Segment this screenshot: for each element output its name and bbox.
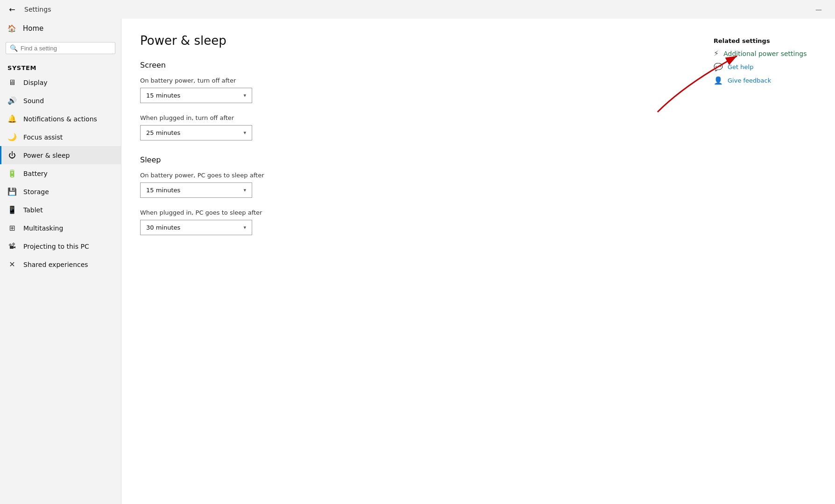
feedback-link-icon: 👤 [714,76,723,85]
titlebar: ← Settings — [0,0,835,19]
sleep-battery-dropdown[interactable]: 15 minutes ▾ [140,182,252,198]
sleep-plugged-dropdown[interactable]: 30 minutes ▾ [140,220,252,235]
sleep-battery-value: 15 minutes [146,187,180,194]
screen-battery-value: 15 minutes [146,92,180,99]
related-settings: Related settings ⚡ Additional power sett… [714,37,816,90]
sleep-section-title: Sleep [140,155,816,164]
projecting-icon: 📽 [7,242,17,251]
sound-icon: 🔊 [7,96,17,105]
multitasking-icon: ⊞ [7,224,17,232]
search-icon: 🔍 [10,44,18,52]
sleep-plugged-arrow: ▾ [243,224,246,231]
minimize-button[interactable]: — [808,2,829,17]
sleep-battery-label: On battery power, PC goes to sleep after [140,172,816,179]
sidebar-search-box: 🔍 [6,42,115,54]
back-button[interactable]: ← [6,3,19,16]
display-icon: 🖥 [7,78,17,87]
storage-icon: 💾 [7,187,17,196]
sidebar-item-tablet[interactable]: 📱 Tablet [0,201,121,219]
power-icon: ⏻ [7,151,17,160]
sidebar: 🏠 Home 🔍 System 🖥 Display 🔊 Sound 🔔 Noti… [0,19,121,504]
battery-icon: 🔋 [7,169,17,178]
shared-icon: ✕ [7,260,17,269]
screen-battery-arrow: ▾ [243,92,246,98]
home-icon: 🏠 [7,24,16,33]
sidebar-item-storage[interactable]: 💾 Storage [0,182,121,201]
related-title: Related settings [714,37,816,44]
titlebar-title: Settings [24,6,51,13]
app-container: 🏠 Home 🔍 System 🖥 Display 🔊 Sound 🔔 Noti… [0,19,835,504]
additional-power-link[interactable]: ⚡ Additional power settings [714,49,816,58]
sidebar-item-shared[interactable]: ✕ Shared experiences [0,255,121,273]
sidebar-item-battery[interactable]: 🔋 Battery [0,164,121,182]
sidebar-section-label: System [0,60,121,73]
sleep-plugged-value: 30 minutes [146,224,180,231]
help-link-icon: 💬 [714,63,723,71]
feedback-text: Give feedback [728,77,771,84]
screen-plugged-arrow: ▾ [243,130,246,136]
window-controls: — [808,2,829,17]
additional-power-text: Additional power settings [723,50,807,57]
search-input[interactable] [21,45,111,52]
sidebar-item-multitasking[interactable]: ⊞ Multitasking [0,219,121,237]
sidebar-item-notifications[interactable]: 🔔 Notifications & actions [0,110,121,128]
screen-plugged-label: When plugged in, turn off after [140,114,816,121]
screen-plugged-value: 25 minutes [146,129,180,136]
sidebar-item-display[interactable]: 🖥 Display [0,73,121,91]
sleep-section: Sleep On battery power, PC goes to sleep… [140,155,816,235]
tablet-icon: 📱 [7,205,17,214]
power-link-icon: ⚡ [714,49,719,58]
sidebar-item-focus[interactable]: 🌙 Focus assist [0,128,121,146]
get-help-text: Get help [728,63,753,70]
get-help-link[interactable]: 💬 Get help [714,63,816,71]
sleep-battery-arrow: ▾ [243,187,246,193]
main-content: Power & sleep Screen On battery power, t… [121,19,835,504]
screen-plugged-dropdown[interactable]: 25 minutes ▾ [140,125,252,140]
sidebar-item-power[interactable]: ⏻ Power & sleep [0,146,121,164]
sidebar-item-projecting[interactable]: 📽 Projecting to this PC [0,237,121,255]
screen-battery-dropdown[interactable]: 15 minutes ▾ [140,88,252,103]
sidebar-item-home[interactable]: 🏠 Home [0,19,121,38]
sleep-plugged-label: When plugged in, PC goes to sleep after [140,209,816,216]
focus-icon: 🌙 [7,133,17,141]
sidebar-item-sound[interactable]: 🔊 Sound [0,91,121,110]
notifications-icon: 🔔 [7,114,17,123]
feedback-link[interactable]: 👤 Give feedback [714,76,816,85]
